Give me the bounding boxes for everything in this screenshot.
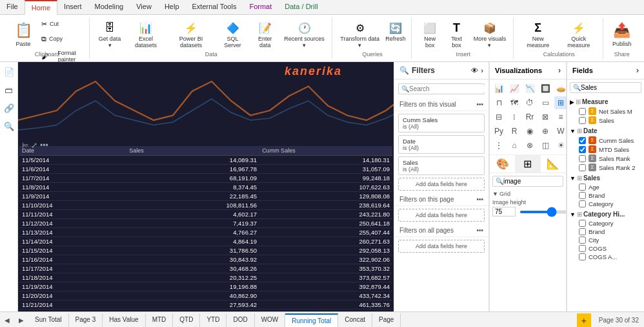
cut-button[interactable]: ✂ Cut: [39, 17, 85, 31]
paste-button[interactable]: 📋 Paste: [9, 17, 37, 50]
viz-expand-icon[interactable]: ›: [558, 66, 561, 75]
page-tab-has-value[interactable]: Has Value: [103, 313, 145, 327]
viz-icon-ribbon[interactable]: Rr: [523, 111, 536, 123]
viz-icon-line[interactable]: 📈: [508, 82, 521, 95]
tab-insert[interactable]: Insert: [57, 0, 88, 14]
image-search-input[interactable]: [503, 178, 560, 185]
viz-icon-scatter[interactable]: 🔲: [539, 82, 552, 95]
text-box-button[interactable]: T Text box: [444, 17, 468, 52]
all-pages-filters-more[interactable]: •••: [476, 227, 483, 234]
tab-view[interactable]: View: [130, 0, 158, 14]
viz-tab-format[interactable]: 🎨: [490, 155, 515, 173]
refresh-button[interactable]: 🔄 Refresh: [384, 17, 408, 45]
page-tab-page[interactable]: Page: [372, 313, 401, 327]
tab-file[interactable]: File: [0, 0, 25, 14]
viz-icon-custom3[interactable]: W: [554, 125, 567, 138]
publish-button[interactable]: 📤 Publish: [608, 17, 636, 50]
page-tab-concat[interactable]: Concat: [338, 313, 372, 327]
field-category-checkbox[interactable]: [579, 200, 586, 207]
filter-sales[interactable]: Sales is (All): [398, 156, 485, 175]
field-brand-hi-checkbox[interactable]: [579, 228, 586, 235]
more-options-icon[interactable]: •••: [40, 141, 48, 150]
excel-datasets-button[interactable]: 📊 Excel datasets: [126, 17, 165, 52]
viz-icon-r[interactable]: R: [508, 125, 521, 138]
filter-options-icon[interactable]: 👁: [471, 67, 478, 74]
viz-tab-analytics[interactable]: 📐: [541, 155, 566, 173]
viz-icon-custom2[interactable]: ⊕: [539, 125, 552, 138]
sidebar-icon-data[interactable]: 🗃: [2, 83, 16, 97]
filter-expand-icon[interactable]: ›: [481, 67, 483, 74]
height-input[interactable]: [492, 207, 516, 216]
viz-icon-slicer[interactable]: ≡: [554, 111, 567, 123]
quick-measure-button[interactable]: ⚡ Quick measure: [558, 17, 599, 52]
viz-icon-map[interactable]: 🗺: [508, 96, 521, 109]
filter-add-all-pages[interactable]: Add data fields here: [398, 240, 485, 253]
filter-cumm-sales[interactable]: Cumm Sales is (All): [398, 114, 485, 132]
viz-icon-more4[interactable]: ◫: [539, 139, 552, 152]
viz-icon-waterfall[interactable]: ⫶: [508, 111, 521, 123]
filter-date[interactable]: Date is (All): [398, 135, 485, 154]
field-sales-rank-checkbox[interactable]: [579, 155, 586, 162]
viz-icon-pie[interactable]: 🥧: [554, 82, 567, 95]
copy-button[interactable]: ⧉ Copy: [39, 32, 85, 46]
image-search-container[interactable]: 🔍: [492, 176, 563, 187]
more-visuals-button[interactable]: 📦 More visuals ▾: [470, 17, 510, 52]
tab-format[interactable]: Format: [243, 0, 278, 14]
enter-data-button[interactable]: 📝 Enter data: [250, 17, 280, 52]
field-mtd-sales-checkbox[interactable]: [579, 146, 586, 153]
tab-data-drill[interactable]: Data / Drill: [278, 0, 324, 14]
fields-search-input[interactable]: [581, 84, 638, 91]
viz-tab-data[interactable]: ⊞: [515, 155, 540, 173]
transform-data-button[interactable]: ⚙ Transform data ▾: [337, 17, 383, 52]
field-sales-checkbox[interactable]: [579, 117, 586, 124]
field-sales-rank-2-checkbox[interactable]: [579, 164, 586, 171]
grid-section-header[interactable]: ▼ Grid: [492, 191, 563, 197]
field-brand-checkbox[interactable]: [579, 192, 586, 199]
page-tab-running-total[interactable]: Running Total: [285, 313, 338, 327]
tab-help[interactable]: Help: [158, 0, 186, 14]
viz-icon-bar[interactable]: 📊: [492, 82, 505, 95]
viz-icon-treemap[interactable]: ⊠: [539, 111, 552, 123]
page-tab-qtd[interactable]: QTD: [173, 313, 200, 327]
viz-icon-area[interactable]: 📉: [523, 82, 536, 95]
fields-search-box[interactable]: 🔍: [570, 82, 641, 93]
viz-icon-more3[interactable]: ⊗: [523, 139, 536, 152]
sql-server-button[interactable]: 🔷 SQL Server: [216, 17, 249, 52]
height-slider[interactable]: [519, 211, 567, 213]
viz-icon-table[interactable]: ⊞: [554, 96, 567, 109]
new-measure-button[interactable]: Σ New measure: [519, 17, 557, 52]
viz-icon-funnel[interactable]: ⊓: [492, 96, 505, 109]
field-cogs-checkbox[interactable]: [579, 245, 586, 252]
viz-icon-more1[interactable]: ⋮: [492, 139, 505, 152]
filter-search-input[interactable]: [409, 85, 489, 92]
page-filters-more[interactable]: •••: [476, 196, 483, 203]
visual-filters-more[interactable]: •••: [476, 101, 483, 108]
focus-icon[interactable]: ⤢: [31, 141, 37, 150]
viz-icon-custom1[interactable]: ◉: [523, 125, 536, 138]
page-tab-page-3[interactable]: Page 3: [69, 313, 103, 327]
data-table-container[interactable]: Date Sales Cumm Sales 11/5/201414,089.31…: [19, 146, 392, 310]
new-box-button[interactable]: ⬜ New box: [417, 17, 443, 52]
add-tab-button[interactable]: +: [577, 313, 591, 328]
viz-icon-gauge[interactable]: ⏱: [523, 96, 536, 109]
filter-search-box[interactable]: 🔍: [398, 83, 485, 94]
page-tab-sun-total[interactable]: Sun Total: [28, 313, 69, 327]
get-data-button[interactable]: 🗄 Get data ▾: [95, 17, 125, 52]
viz-icon-more5[interactable]: ☀: [554, 139, 567, 152]
field-cogs-a-checkbox[interactable]: [579, 253, 586, 260]
scroll-left-btn[interactable]: ◀: [0, 312, 14, 328]
fields-expand-icon[interactable]: ›: [636, 66, 639, 75]
viz-icon-card[interactable]: ▭: [539, 96, 552, 109]
field-age-checkbox[interactable]: [579, 184, 586, 191]
recent-sources-button[interactable]: 🕐 Recent sources ▾: [281, 17, 328, 52]
field-city-checkbox[interactable]: [579, 237, 586, 244]
page-tab-wow[interactable]: WOW: [255, 313, 286, 327]
viz-icon-matrix[interactable]: ⊟: [492, 111, 505, 123]
sidebar-icon-relationships[interactable]: 🔗: [2, 101, 16, 115]
tab-external-tools[interactable]: External Tools: [186, 0, 243, 14]
sidebar-icon-ai[interactable]: 🔍: [2, 119, 16, 133]
viz-icon-more2[interactable]: ⌂: [508, 139, 521, 152]
filter-add-page[interactable]: Add data fields here: [398, 209, 485, 222]
filter-toolbar-icon[interactable]: ⊨: [22, 141, 28, 150]
powerbi-datasets-button[interactable]: ⚡ Power BI datasets: [167, 17, 216, 52]
